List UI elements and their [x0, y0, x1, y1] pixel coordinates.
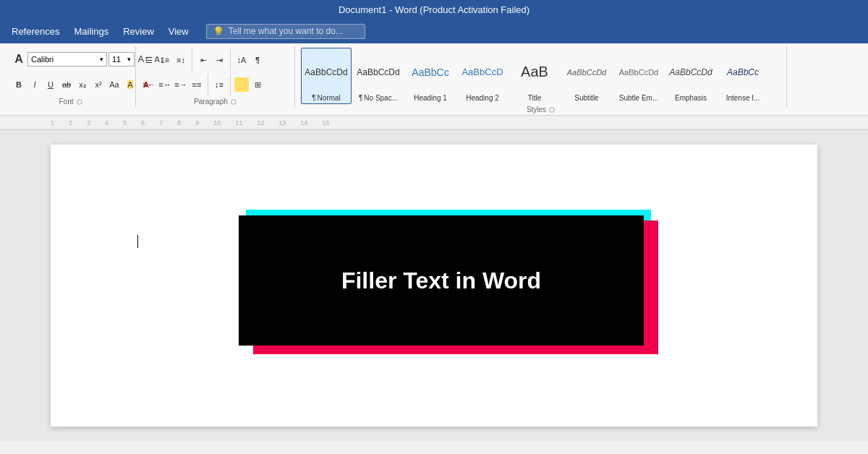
style-emphasis-preview: AaBbCcDd	[668, 50, 714, 94]
style-nospace[interactable]: AaBbCcDd ¶ No Spac...	[353, 48, 404, 104]
style-subtleemph-preview: AaBbCcDd	[616, 50, 662, 94]
superscript-btn[interactable]: x²	[91, 77, 106, 92]
style-intense[interactable]: AaBbCc Intense I...	[718, 48, 768, 104]
menu-mailings[interactable]: Mailings	[68, 23, 114, 40]
menu-review[interactable]: Review	[117, 23, 160, 40]
style-subtitle[interactable]: AaBbCcDd Subtitle	[561, 48, 612, 104]
borders-btn[interactable]: ⊞	[250, 77, 265, 92]
style-normal[interactable]: AaBbCcDd ¶ Normal	[301, 48, 352, 104]
styles-expand-icon[interactable]: ⬡	[549, 106, 555, 113]
style-h1[interactable]: AaBbCc Heading 1	[405, 48, 456, 104]
font-group: A Calibri ▾ 11 ▾ A↑ A↓ B I U	[6, 46, 136, 107]
style-h2-preview: AaBbCcD	[459, 50, 506, 94]
list-row: ☰ 1≡ ≡↕ ⇤ ⇥ ↕A ¶	[142, 49, 265, 71]
font-size-value: 11	[112, 55, 121, 64]
style-emphasis[interactable]: AaBbCcDd Emphasis	[665, 48, 716, 104]
align-row: ≡← ≡↔ ≡→ ≡≡ ↕≡ ⊞	[142, 74, 265, 95]
menu-bar: References Mailings Review View 💡 Tell m…	[0, 19, 868, 43]
style-normal-para-mark: ¶	[312, 94, 315, 102]
font-group-content: A Calibri ▾ 11 ▾ A↑ A↓ B I U	[12, 48, 129, 96]
search-placeholder: Tell me what you want to do...	[229, 26, 343, 36]
style-subtitle-label: Subtitle	[574, 94, 598, 102]
font-size-dropdown[interactable]: ▾	[127, 56, 131, 63]
style-title[interactable]: AaB Title	[509, 48, 560, 104]
paragraph-label-text: Paragraph	[194, 98, 228, 106]
strikethrough-btn[interactable]: ab	[59, 77, 74, 92]
bullets-btn[interactable]: ☰	[142, 53, 156, 67]
menu-view[interactable]: View	[163, 23, 195, 40]
doc-area: Filler Text in Word	[0, 130, 868, 441]
highlight-icon: A	[127, 80, 132, 89]
underline-btn[interactable]: U	[43, 77, 58, 92]
text-cursor	[137, 235, 138, 248]
font-label-text: Font	[59, 98, 73, 106]
bold-btn[interactable]: B	[12, 77, 26, 92]
font-name-dropdown[interactable]: ▾	[100, 56, 103, 63]
decrease-indent-btn[interactable]: ⇤	[196, 53, 210, 67]
font-expand-icon[interactable]: ⬡	[77, 98, 82, 106]
menu-references[interactable]: References	[6, 23, 65, 40]
style-h2[interactable]: AaBbCcD Heading 2	[457, 48, 508, 104]
clear-format-btn[interactable]: Aa	[107, 77, 122, 92]
style-nospace-para-mark: ¶	[359, 94, 362, 102]
tiktok-image-container: Filler Text in Word	[239, 210, 655, 354]
style-title-label: Title	[528, 94, 542, 102]
font-name-value: Calibri	[31, 55, 54, 64]
paragraph-group-label: Paragraph ⬡	[142, 98, 289, 106]
style-nospace-label: ¶ No Spac...	[359, 94, 398, 102]
ruler-marks: 12345 678910 1112131415	[51, 119, 329, 127]
text-highlight-btn[interactable]: A	[123, 77, 137, 92]
style-nospace-preview: AaBbCcDd	[355, 50, 401, 94]
align-center-btn[interactable]: ≡↔	[158, 77, 172, 92]
font-a-large[interactable]: A	[12, 52, 26, 67]
styles-gallery: AaBbCcDd ¶ Normal AaBbCcDd ¶ No Spac... …	[301, 48, 780, 104]
document-page[interactable]: Filler Text in Word	[51, 145, 817, 427]
style-h1-label: Heading 1	[414, 94, 447, 102]
style-h1-preview: AaBbCc	[407, 50, 454, 94]
tiktok-black-layer: Filler Text in Word	[239, 215, 644, 346]
styles-label-text: Styles	[527, 106, 546, 113]
shading-btn[interactable]	[234, 77, 249, 92]
font-name-box[interactable]: Calibri ▾	[27, 52, 107, 67]
align-right-btn[interactable]: ≡→	[174, 77, 188, 92]
justify-btn[interactable]: ≡≡	[190, 77, 204, 92]
multilevel-btn[interactable]: ≡↕	[174, 53, 188, 67]
ribbon: A Calibri ▾ 11 ▾ A↑ A↓ B I U	[0, 43, 868, 116]
font-format-row: B I U ab x₂ x² Aa A A	[12, 77, 153, 92]
line-spacing-btn[interactable]: ↕≡	[212, 77, 226, 92]
increase-indent-btn[interactable]: ⇥	[212, 53, 226, 67]
align-left-btn[interactable]: ≡←	[142, 77, 156, 92]
style-subtleemph[interactable]: AaBbCcDd Subtle Em...	[613, 48, 664, 104]
ruler: 12345 678910 1112131415	[0, 116, 868, 130]
ribbon-toolbar: A Calibri ▾ 11 ▾ A↑ A↓ B I U	[0, 43, 868, 115]
subscript-btn[interactable]: x₂	[75, 77, 90, 92]
styles-group-label: Styles ⬡	[301, 106, 780, 113]
style-normal-label: ¶ Normal	[312, 94, 341, 102]
show-hide-btn[interactable]: ¶	[250, 53, 265, 67]
sort-btn[interactable]: ↕A	[234, 53, 249, 67]
paragraph-expand-icon[interactable]: ⬡	[231, 98, 237, 106]
paragraph-group-content: ☰ 1≡ ≡↕ ⇤ ⇥ ↕A ¶ ≡← ≡↔ ≡→ ≡≡ ↕≡	[142, 48, 289, 96]
style-intense-label: Intense I...	[726, 94, 760, 102]
italic-btn[interactable]: I	[27, 77, 42, 92]
lightbulb-icon: 💡	[213, 26, 224, 37]
title-bar-text: Document1 - Word (Product Activation Fai…	[339, 4, 529, 15]
style-h2-label: Heading 2	[466, 94, 499, 102]
style-title-preview: AaB	[511, 50, 558, 94]
style-normal-preview: AaBbCcDd	[303, 50, 349, 94]
style-subtleemph-label: Subtle Em...	[619, 94, 658, 102]
search-bar[interactable]: 💡 Tell me what you want to do...	[206, 24, 365, 39]
font-group-label: Font ⬡	[12, 98, 129, 106]
paragraph-group: ☰ 1≡ ≡↕ ⇤ ⇥ ↕A ¶ ≡← ≡↔ ≡→ ≡≡ ↕≡	[136, 46, 295, 107]
tiktok-banner-text: Filler Text in Word	[341, 267, 541, 294]
style-emphasis-label: Emphasis	[675, 94, 707, 102]
styles-group: AaBbCcDd ¶ Normal AaBbCcDd ¶ No Spac... …	[295, 46, 787, 107]
font-size-box[interactable]: 11 ▾	[109, 52, 135, 67]
style-subtitle-preview: AaBbCcDd	[563, 50, 610, 94]
style-intense-preview: AaBbCc	[720, 50, 766, 94]
title-bar: Document1 - Word (Product Activation Fai…	[0, 0, 868, 19]
numbering-btn[interactable]: 1≡	[158, 53, 172, 67]
